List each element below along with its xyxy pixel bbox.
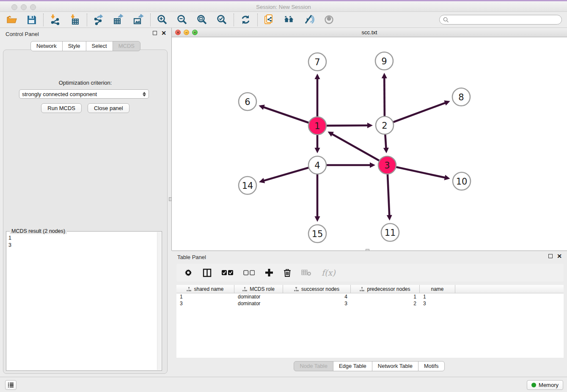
tab-network-table[interactable]: Network Table	[372, 361, 418, 371]
cell-name[interactable]: 1	[420, 294, 455, 300]
search-input[interactable]	[451, 17, 558, 23]
svg-text:9: 9	[381, 56, 387, 66]
column-header-predecessor-nodes[interactable]: predecessor nodes	[351, 285, 420, 293]
graph-node-4[interactable]: 4	[308, 156, 326, 174]
cell-MCDS-role[interactable]: dominator	[234, 301, 283, 306]
float-panel-icon[interactable]	[153, 31, 157, 35]
graph-node-8[interactable]: 8	[452, 88, 470, 106]
cell-predecessor-nodes[interactable]: 2	[351, 301, 420, 306]
status-bar: Memory	[0, 377, 567, 392]
column-layout-icon[interactable]	[203, 268, 212, 277]
tab-mcds[interactable]: MCDS	[113, 41, 140, 51]
table-toolbar: f(x)	[176, 264, 564, 282]
network-view-window: ✕ − + scc.txt 7968124314101511	[172, 28, 567, 251]
edge-arrow-icon	[387, 215, 392, 221]
cell-shared-name[interactable]: 1	[176, 294, 234, 300]
save-session-icon[interactable]	[26, 14, 37, 25]
delete-table-icon	[301, 269, 311, 276]
edge-3-1[interactable]	[332, 134, 387, 165]
graph-node-1[interactable]: 1	[308, 117, 326, 135]
table-row[interactable]: 1dominator411	[176, 293, 564, 300]
delete-icon[interactable]	[284, 268, 291, 277]
column-header-MCDS-role[interactable]: MCDS role	[234, 285, 283, 293]
table-panel-title: Table Panel	[177, 254, 206, 260]
column-header-successor-nodes[interactable]: successor nodes	[283, 285, 351, 293]
graph-node-11[interactable]: 11	[381, 224, 399, 241]
tab-edge-table[interactable]: Edge Table	[333, 361, 372, 371]
table-row[interactable]: 3dominator323	[176, 300, 564, 307]
memory-button[interactable]: Memory	[527, 380, 563, 390]
import-network-icon[interactable]	[50, 14, 61, 25]
graph-node-7[interactable]: 7	[308, 53, 326, 71]
close-panel-button[interactable]: Close panel	[88, 103, 129, 113]
close-table-panel-icon[interactable]: ✕	[557, 254, 562, 258]
graph-node-9[interactable]: 9	[375, 52, 393, 70]
cell-predecessor-nodes[interactable]: 1	[351, 294, 420, 300]
tab-network[interactable]: Network	[30, 41, 63, 51]
duplicate-network-icon[interactable]	[264, 14, 275, 25]
export-image-icon[interactable]	[133, 14, 144, 25]
add-icon[interactable]	[265, 268, 273, 277]
task-history-button[interactable]	[5, 380, 17, 390]
zoom-fit-icon[interactable]	[196, 14, 208, 25]
control-panel: Control Panel ✕ NetworkStyleSelectMCDS O…	[0, 28, 171, 377]
window-titlebar: Session: New Session	[0, 0, 567, 12]
hide-graphics-details-icon[interactable]	[303, 14, 315, 25]
control-panel-tabs: NetworkStyleSelectMCDS	[0, 41, 171, 51]
graph-node-10[interactable]: 10	[453, 172, 471, 190]
column-label: predecessor nodes	[367, 286, 410, 292]
export-network-icon[interactable]	[93, 14, 105, 25]
window-title: Session: New Session	[0, 4, 567, 10]
column-header-shared-name[interactable]: shared name	[176, 285, 234, 293]
function-builder-icon: f(x)	[322, 268, 336, 277]
float-table-panel-icon[interactable]	[548, 254, 553, 258]
search-box[interactable]	[439, 15, 562, 25]
splitter-grip[interactable]	[169, 197, 172, 201]
graph-node-3[interactable]: 3	[378, 156, 396, 174]
close-panel-icon[interactable]: ✕	[161, 31, 166, 35]
column-header-name[interactable]: name	[420, 285, 455, 293]
first-neighbors-icon[interactable]	[284, 14, 295, 25]
mcds-result-group: MCDS result (2 nodes) 1 3	[6, 231, 162, 371]
tab-motifs[interactable]: Motifs	[418, 361, 445, 371]
cell-successor-nodes[interactable]: 3	[283, 301, 351, 306]
zoom-selected-icon[interactable]	[216, 14, 228, 25]
network-window-titlebar[interactable]: ✕ − + scc.txt	[172, 28, 567, 37]
result-scrollbar[interactable]	[157, 232, 161, 370]
criterion-dropdown[interactable]: strongly connected component	[19, 89, 149, 99]
graph-node-6[interactable]: 6	[239, 93, 256, 110]
edge-2-8[interactable]	[385, 103, 446, 125]
mcds-result-text[interactable]: 1 3	[8, 233, 157, 369]
run-mcds-button[interactable]: Run MCDS	[41, 103, 82, 113]
svg-text:1: 1	[314, 121, 320, 131]
vertical-splitter[interactable]	[169, 28, 172, 251]
graph-node-2[interactable]: 2	[376, 116, 394, 134]
select-all-icon[interactable]	[222, 270, 233, 276]
graph-node-14[interactable]: 14	[239, 177, 256, 194]
tab-node-table[interactable]: Node Table	[294, 361, 333, 371]
refresh-icon[interactable]	[240, 14, 251, 25]
zoom-out-icon[interactable]	[176, 14, 188, 25]
open-file-icon[interactable]	[6, 14, 17, 25]
tab-style[interactable]: Style	[62, 41, 86, 51]
svg-text:2: 2	[382, 121, 387, 131]
node-table: shared nameMCDS rolesuccessor nodesprede…	[176, 285, 564, 358]
edge-arrow-icon	[315, 216, 320, 222]
deselect-all-icon[interactable]	[243, 270, 255, 276]
import-table-icon[interactable]	[69, 14, 81, 25]
cell-shared-name[interactable]: 3	[176, 301, 234, 306]
zoom-in-icon[interactable]	[157, 14, 168, 25]
dropdown-stepper-icon	[143, 92, 146, 97]
tab-select[interactable]: Select	[86, 41, 113, 51]
export-table-icon[interactable]	[113, 14, 124, 25]
edge-arrow-icon	[383, 148, 389, 153]
gear-icon[interactable]	[184, 268, 193, 277]
network-graph: 7968124314101511	[172, 37, 567, 251]
cell-successor-nodes[interactable]: 4	[283, 294, 351, 300]
svg-text:14: 14	[242, 181, 253, 191]
cell-MCDS-role[interactable]: dominator	[234, 294, 283, 300]
graph-node-15[interactable]: 15	[308, 225, 326, 243]
cell-name[interactable]: 3	[420, 301, 455, 306]
hierarchy-icon	[294, 287, 299, 291]
network-canvas[interactable]: 7968124314101511	[172, 37, 567, 251]
